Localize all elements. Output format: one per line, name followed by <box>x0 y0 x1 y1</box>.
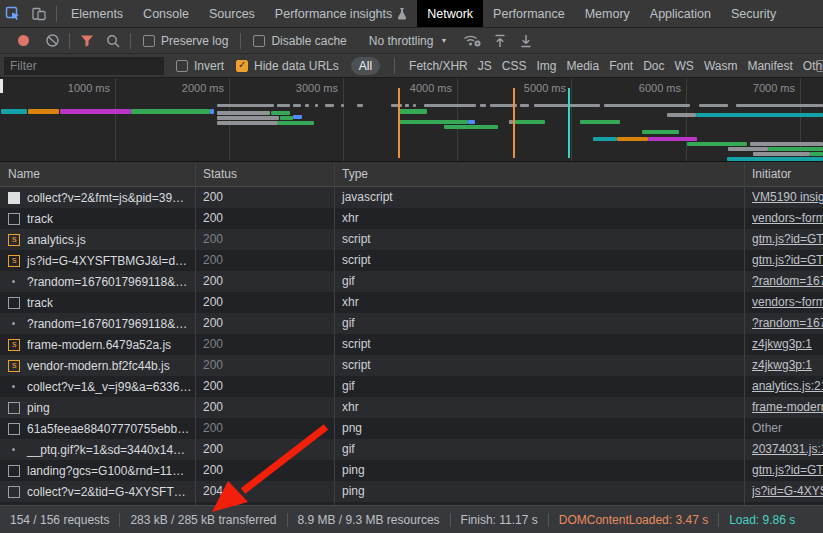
waterfall-bar <box>810 152 823 156</box>
filter-type-doc[interactable]: Doc <box>643 59 664 73</box>
request-initiator[interactable]: ?random=1676 <box>752 313 823 334</box>
request-name: analytics.js <box>27 233 86 247</box>
filter-type-fetch-xhr[interactable]: Fetch/XHR <box>409 59 468 73</box>
filter-type-media[interactable]: Media <box>566 59 599 73</box>
filter-type-font[interactable]: Font <box>609 59 633 73</box>
table-row[interactable]: ?random=1676017969118&…200gif?random=167… <box>0 271 823 292</box>
timeline-gridline <box>115 78 116 161</box>
request-initiator[interactable]: frame-modern <box>752 397 823 418</box>
tab-performance[interactable]: Performance <box>483 0 575 27</box>
table-row[interactable]: ping200xhrframe-modern <box>0 397 823 418</box>
table-row[interactable]: frame-modern.6479a52a.js200scriptz4jkwg3… <box>0 334 823 355</box>
filter-type-css[interactable]: CSS <box>502 59 527 73</box>
request-initiator[interactable]: js?id=G-4XYS <box>752 481 823 502</box>
table-header: NameStatusTypeInitiator <box>0 162 823 187</box>
invert-checkbox[interactable]: Invert <box>176 59 224 73</box>
waterfall-bar <box>424 104 476 107</box>
request-initiator[interactable]: gtm.js?id=GTM <box>752 229 823 250</box>
devtools-tab-bar: ElementsConsoleSourcesPerformance insigh… <box>0 0 823 28</box>
clear-icon[interactable] <box>39 29 65 53</box>
preserve-log-checkbox[interactable]: Preserve log <box>143 34 228 48</box>
request-name-cell: vendor-modern.bf2fc44b.js <box>8 355 191 376</box>
export-har-icon[interactable] <box>513 29 539 53</box>
column-header-name[interactable]: Name <box>8 162 40 186</box>
tab-sources[interactable]: Sources <box>199 0 265 27</box>
request-initiator[interactable]: gtm.js?id=GTM <box>752 250 823 271</box>
edge-checkbox[interactable] <box>816 60 823 72</box>
tab-security[interactable]: Security <box>721 0 786 27</box>
timeline-tick-label: 4000 ms <box>377 82 452 95</box>
request-initiator[interactable]: analytics.js:21 <box>752 376 823 397</box>
filter-type-ws[interactable]: WS <box>675 59 694 73</box>
request-initiator: Other <box>752 418 823 439</box>
waterfall-bar <box>413 104 416 107</box>
doc-outline-icon <box>8 423 20 435</box>
checkbox-box <box>253 35 265 47</box>
network-overview[interactable]: 1000 ms2000 ms3000 ms4000 ms5000 ms6000 … <box>0 78 823 162</box>
request-name-cell: collect?v=2&tid=G-4XYSFT… <box>8 481 191 502</box>
waterfall-bar <box>28 109 59 114</box>
request-initiator[interactable]: vendors~form. <box>752 208 823 229</box>
table-row[interactable]: collect?v=2&tid=G-4XYSFT…204pingjs?id=G-… <box>0 481 823 502</box>
waterfall-bar <box>357 104 363 107</box>
request-name-cell: frame-modern.6479a52a.js <box>8 334 191 355</box>
inspect-element-icon[interactable] <box>0 0 26 27</box>
table-row[interactable]: __ptq.gif?k=1&sd=3440x14…200gif20374031.… <box>0 439 823 460</box>
tab-network[interactable]: Network <box>417 0 483 27</box>
divider <box>119 513 120 527</box>
request-initiator[interactable]: z4jkwg3p:1 <box>752 355 823 376</box>
request-status: 200 <box>203 208 223 229</box>
table-row[interactable]: collect?v=2&fmt=js&pid=39…200javascriptV… <box>0 187 823 208</box>
table-row[interactable]: js?id=G-4XYSFTBMGJ&l=d…200scriptgtm.js?i… <box>0 250 823 271</box>
request-initiator[interactable]: vendors~form. <box>752 292 823 313</box>
tab-console[interactable]: Console <box>133 0 199 27</box>
tab-application[interactable]: Application <box>640 0 721 27</box>
finish-time: Finish: 11.17 s <box>461 513 538 527</box>
search-icon[interactable] <box>100 29 126 53</box>
table-row[interactable]: vendor-modern.bf2fc44b.js200scriptz4jkwg… <box>0 355 823 376</box>
request-type-filters: AllFetch/XHRJSCSSImgMediaFontDocWSWasmMa… <box>351 57 823 75</box>
filter-type-js[interactable]: JS <box>478 59 492 73</box>
waterfall-bar <box>341 104 344 107</box>
table-row[interactable]: track200xhrvendors~form. <box>0 208 823 229</box>
table-row[interactable]: ?random=1676017969118&…200gif?random=167… <box>0 313 823 334</box>
table-row[interactable]: collect?v=1&_v=j99&a=6336…200gifanalytic… <box>0 376 823 397</box>
waterfall-bar <box>753 152 810 156</box>
column-header-initiator[interactable]: Initiator <box>752 162 791 186</box>
filter-type-manifest[interactable]: Manifest <box>747 59 792 73</box>
request-initiator[interactable]: VM5190 insigh <box>752 187 823 208</box>
hide-data-urls-checkbox[interactable]: Hide data URLs <box>236 59 339 73</box>
table-row[interactable]: track200xhrvendors~form. <box>0 292 823 313</box>
request-initiator[interactable]: gtm.js?id=GTM <box>752 460 823 481</box>
waterfall-bar <box>520 104 529 107</box>
waterfall-bar <box>642 130 679 134</box>
request-type: ping <box>342 481 365 502</box>
request-type: gif <box>342 439 355 460</box>
filter-type-all[interactable]: All <box>351 57 380 75</box>
device-toolbar-icon[interactable] <box>26 0 52 27</box>
request-initiator[interactable]: z4jkwg3p:1 <box>752 334 823 355</box>
record-button[interactable] <box>18 35 29 46</box>
filter-type-img[interactable]: Img <box>536 59 556 73</box>
table-row[interactable]: 61a5feeae88407770755ebb…200pngOther <box>0 418 823 439</box>
filter-type-wasm[interactable]: Wasm <box>704 59 738 73</box>
requests-table: NameStatusTypeInitiator collect?v=2&fmt=… <box>0 162 823 505</box>
tab-performance-insights[interactable]: Performance insights <box>265 0 417 27</box>
filter-input[interactable] <box>4 57 164 75</box>
request-initiator[interactable]: ?random=1676 <box>752 271 823 292</box>
filter-icon[interactable] <box>74 29 100 53</box>
table-row[interactable]: landing?gcs=G100&rnd=11…200pinggtm.js?id… <box>0 460 823 481</box>
waterfall-bar <box>405 104 409 107</box>
table-row[interactable]: analytics.js200scriptgtm.js?id=GTM <box>0 229 823 250</box>
tab-memory[interactable]: Memory <box>575 0 640 27</box>
overview-handle[interactable] <box>0 79 3 93</box>
column-header-type[interactable]: Type <box>342 162 368 186</box>
network-conditions-icon[interactable] <box>457 29 487 53</box>
disable-cache-checkbox[interactable]: Disable cache <box>253 34 346 48</box>
throttling-select[interactable]: No throttling ▼ <box>369 34 448 48</box>
timeline-tick-label: 1000 ms <box>35 82 110 95</box>
import-har-icon[interactable] <box>487 29 513 53</box>
tab-elements[interactable]: Elements <box>61 0 133 27</box>
column-header-status[interactable]: Status <box>203 162 237 186</box>
request-initiator[interactable]: 20374031.js:19 <box>752 439 823 460</box>
